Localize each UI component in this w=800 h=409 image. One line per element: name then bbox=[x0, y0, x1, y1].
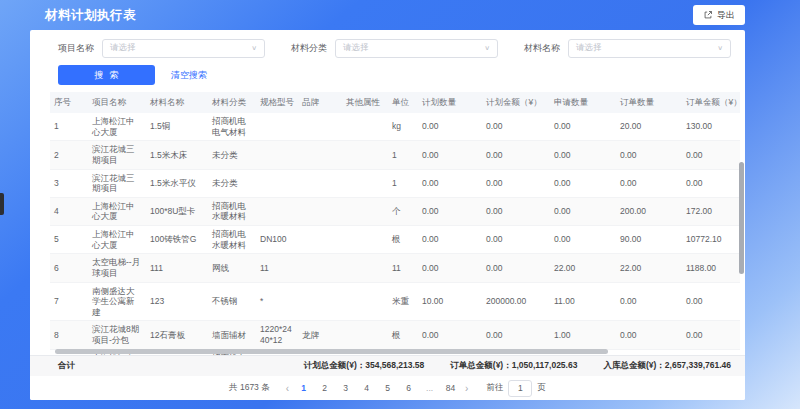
chevron-down-icon: ∨ bbox=[484, 45, 490, 51]
table-cell bbox=[342, 321, 388, 349]
table-cell bbox=[298, 113, 342, 141]
table-cell: 0.00 bbox=[418, 254, 482, 282]
table-cell: 0.00 bbox=[550, 169, 616, 197]
table-cell: 2 bbox=[50, 141, 88, 169]
column-header: 申请数量 bbox=[550, 92, 616, 113]
table-cell: 111 bbox=[146, 254, 208, 282]
table-cell: 156.80 bbox=[682, 349, 740, 355]
summary-total-label: 合计 bbox=[58, 360, 75, 372]
table-cell: 根 bbox=[388, 321, 418, 349]
table-cell: 0.00 bbox=[418, 113, 482, 141]
table-cell: 11 bbox=[256, 254, 298, 282]
table-cell bbox=[342, 169, 388, 197]
table-row: 4上海松江中心大厦100*8U型卡招商机电 水暖材料个0.000.000.002… bbox=[50, 197, 740, 225]
table-cell: 0.00 bbox=[482, 197, 550, 225]
table-cell bbox=[342, 226, 388, 254]
page-button[interactable]: 6 bbox=[402, 383, 415, 393]
clear-search-link[interactable]: 清空搜索 bbox=[171, 69, 207, 82]
table-cell: 0.00 bbox=[550, 226, 616, 254]
table-cell: 1188.00 bbox=[682, 254, 740, 282]
table-cell: 0.00 bbox=[482, 141, 550, 169]
page-button[interactable]: 1 bbox=[297, 383, 310, 393]
page-button[interactable]: 5 bbox=[381, 383, 394, 393]
column-header: 材料分类 bbox=[208, 92, 256, 113]
table-cell bbox=[298, 254, 342, 282]
goto-page-group: 前往 1 页 bbox=[486, 380, 546, 397]
table-cell: 招商机电 水暖材料 bbox=[208, 197, 256, 225]
category-select[interactable]: 请选择 ∨ bbox=[335, 39, 498, 58]
table-cell bbox=[342, 254, 388, 282]
table-cell: 滨江花城三期项目 bbox=[88, 141, 146, 169]
table-cell: 0.00 bbox=[616, 321, 682, 349]
project-select-placeholder: 请选择 bbox=[110, 42, 136, 54]
filter-group-project: 项目名称 请选择 ∨ bbox=[58, 39, 265, 58]
table-cell: 滨江花城三期项目 bbox=[88, 169, 146, 197]
table-cell: 0.00 bbox=[682, 282, 740, 321]
filter-bar: 项目名称 请选择 ∨ 材料分类 请选择 ∨ 材料名称 请选择 ∨ bbox=[30, 30, 745, 62]
table-cell: 0.00 bbox=[482, 113, 550, 141]
table-cell: 0.00 bbox=[418, 141, 482, 169]
project-filter-label: 项目名称 bbox=[58, 42, 94, 55]
project-select[interactable]: 请选择 ∨ bbox=[102, 39, 265, 58]
table-cell: 10.00 bbox=[418, 282, 482, 321]
export-button[interactable]: 导出 bbox=[693, 5, 745, 25]
page-background: 材料计划执行表 导出 项目名称 请选择 ∨ 材料分类 bbox=[0, 0, 800, 409]
table-cell: 100铸铁管G bbox=[146, 226, 208, 254]
table-cell: 90.00 bbox=[616, 226, 682, 254]
table-cell: DN100 bbox=[256, 226, 298, 254]
table-cell: 1 bbox=[50, 113, 88, 141]
table-cell bbox=[298, 197, 342, 225]
edge-drawer-handle[interactable] bbox=[0, 193, 4, 215]
export-icon bbox=[703, 10, 713, 20]
page-button[interactable]: 2 bbox=[318, 383, 331, 393]
table-row: 7南侧盛达大学生公寓新建123不锈钢*米重10.00200000.0011.00… bbox=[50, 282, 740, 321]
vertical-scrollbar[interactable] bbox=[739, 162, 744, 274]
table-cell: * bbox=[256, 282, 298, 321]
page-title: 材料计划执行表 bbox=[45, 7, 136, 24]
table-cell: 0.00 bbox=[616, 169, 682, 197]
table-cell: 8 bbox=[50, 321, 88, 349]
table-cell: 10772.10 bbox=[682, 226, 740, 254]
table-cell: 墙面辅材 bbox=[208, 321, 256, 349]
table-cell: 1.00 bbox=[550, 321, 616, 349]
search-button[interactable]: 搜索 bbox=[58, 65, 155, 85]
table-cell: 80.00 bbox=[616, 349, 682, 355]
goto-page-input[interactable]: 1 bbox=[508, 380, 532, 397]
table-row: 1上海松江中心大厦1.5铜招商机电 电气材料kg0.000.000.0020.0… bbox=[50, 113, 740, 141]
top-bar: 材料计划执行表 导出 bbox=[45, 0, 745, 30]
table-cell: 上海松江中心大厦 bbox=[88, 113, 146, 141]
material-select[interactable]: 请选择 ∨ bbox=[568, 39, 731, 58]
table-cell: 未分类 bbox=[208, 169, 256, 197]
horizontal-scrollbar[interactable] bbox=[55, 349, 608, 354]
page-number-list: 123456...84 bbox=[297, 383, 457, 393]
table-container: 序号项目名称材料名称材料分类规格型号品牌其他属性单位计划数量计划金额（¥）申请数… bbox=[30, 92, 745, 355]
material-filter-label: 材料名称 bbox=[524, 42, 560, 55]
page-button[interactable]: 4 bbox=[360, 383, 373, 393]
table-cell: 0.00 bbox=[482, 321, 550, 349]
table-cell: 米重 bbox=[388, 282, 418, 321]
table-cell: 1.5米木床 bbox=[146, 141, 208, 169]
page-button[interactable]: 3 bbox=[339, 383, 352, 393]
table-cell: 招商机电 水暖材料 bbox=[208, 226, 256, 254]
prev-page-button[interactable]: ‹ bbox=[283, 383, 292, 394]
table-cell: 根 bbox=[388, 226, 418, 254]
table-cell bbox=[256, 197, 298, 225]
order-total: 订单总金额(¥)：1,050,117,025.63 bbox=[450, 360, 577, 372]
table-cell: 南侧盛达大学生公寓新建 bbox=[88, 282, 146, 321]
table-row: 8滨江花城8期项目-分包12石膏板墙面辅材1220*2440*12龙牌根0.00… bbox=[50, 321, 740, 349]
goto-suffix: 页 bbox=[537, 382, 546, 394]
column-header: 序号 bbox=[50, 92, 88, 113]
table-cell: 11 bbox=[388, 254, 418, 282]
table-row: 6太空电梯--月球项目111网线11110.000.0022.0022.0011… bbox=[50, 254, 740, 282]
table-cell: 11.00 bbox=[550, 282, 616, 321]
table-cell: 0.00 bbox=[482, 254, 550, 282]
table-cell: 200000.00 bbox=[482, 282, 550, 321]
table-cell: 5 bbox=[50, 226, 88, 254]
table-cell: 20.00 bbox=[616, 113, 682, 141]
filter-group-material: 材料名称 请选择 ∨ bbox=[524, 39, 731, 58]
table-cell: 22.00 bbox=[616, 254, 682, 282]
page-button[interactable]: 84 bbox=[444, 383, 457, 393]
table-cell bbox=[342, 197, 388, 225]
next-page-button[interactable]: › bbox=[462, 383, 471, 394]
goto-label: 前往 bbox=[486, 382, 503, 394]
